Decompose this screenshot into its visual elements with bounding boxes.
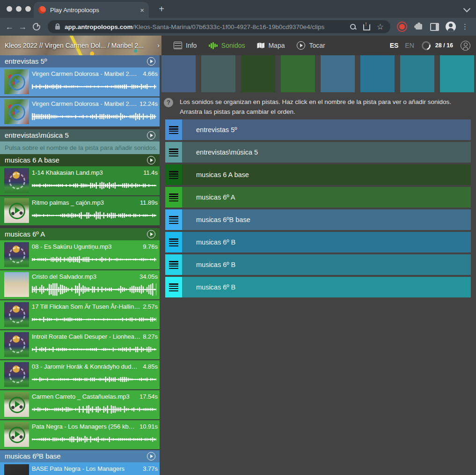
audio-clip[interactable]: Introit Rorate Caeli Desuper - Lionheart…	[0, 330, 160, 359]
track-drag-handle[interactable]	[165, 119, 182, 140]
audio-clip[interactable]: Ritmo palmas _ cajón.mp311.89s	[0, 196, 160, 225]
track-name-button[interactable]: musicas 6º A	[182, 187, 471, 208]
audio-clip[interactable]: BASE Pata Negra - Los Managers3.77s	[0, 462, 160, 475]
track-drag-handle[interactable]	[165, 142, 182, 163]
section-header[interactable]: entrevistas\música 5	[0, 129, 160, 141]
track-row[interactable]: entrevistas 5º	[165, 119, 471, 140]
clip-loading-icon[interactable]	[9, 337, 25, 353]
side-panel-icon[interactable]	[430, 23, 439, 31]
track-row[interactable]: musicas 6ºB base	[165, 209, 471, 230]
clip-head: 03 - Jaromír Horák & Konrádyho dudácká .…	[32, 363, 158, 370]
bookmark-star-icon[interactable]: ☆	[377, 22, 384, 32]
track-name-button[interactable]: musicas 6 A base	[182, 164, 471, 185]
section-header[interactable]: entrevistas 5º	[0, 55, 160, 67]
lang-es-button[interactable]: ES	[390, 42, 399, 49]
track-row[interactable]: musicas 6º B	[165, 232, 471, 252]
section-header[interactable]: musicas 6 A base	[0, 154, 160, 166]
track-name-button[interactable]: entrevistas 5º	[182, 119, 471, 140]
clip-play-icon[interactable]	[9, 427, 25, 443]
track-row[interactable]: entrevistas\música 5	[165, 142, 471, 163]
minimize-window-button[interactable]	[16, 6, 22, 12]
lock-icon[interactable]	[55, 26, 60, 30]
load-counter: 28 / 16	[435, 42, 453, 49]
section-name: musicas 6ºB base	[5, 452, 61, 460]
clip-waveform	[32, 80, 156, 94]
clip-play-icon[interactable]	[9, 74, 25, 90]
clip-title: Virgen Carmen Dolorosa - Maribel 2.mp3	[32, 100, 137, 107]
clip-waveform	[32, 178, 156, 193]
track-drag-handle[interactable]	[165, 209, 182, 230]
zoom-window-button[interactable]	[25, 6, 31, 12]
track-name: musicas 6 A base	[196, 171, 249, 178]
section-play-button[interactable]	[147, 156, 155, 164]
audio-clip[interactable]: Virgen Carmen Dolorosa - Maribel 2.mp312…	[0, 97, 160, 126]
track-drag-handle[interactable]	[165, 232, 182, 252]
clip-title: Virgen Carmen Dolorosa - Maribel 2.mp3	[32, 70, 140, 77]
section-play-button[interactable]	[147, 57, 155, 66]
extensions-puzzle-icon[interactable]	[416, 24, 422, 30]
tab-sonidos[interactable]: Sonidos	[209, 42, 245, 49]
track-drag-handle[interactable]	[165, 187, 182, 208]
share-icon[interactable]	[363, 24, 370, 30]
audio-clip[interactable]: 08 - Es Sakūru Uguntiņu.mp39.76s	[0, 240, 160, 269]
tab-close-icon[interactable]: ×	[140, 6, 144, 14]
reload-button[interactable]	[33, 23, 40, 30]
clip-loading-icon[interactable]	[9, 307, 25, 323]
track-row[interactable]: musicas 6º B	[165, 277, 471, 297]
track-name-button[interactable]: musicas 6º B	[182, 277, 471, 297]
audio-clip[interactable]: Virgen Carmen Dolorosa - Maribel 2.mp34.…	[0, 67, 160, 96]
clip-loading-icon[interactable]	[9, 247, 25, 263]
close-window-button[interactable]	[7, 6, 12, 12]
clip-loading-icon[interactable]	[9, 367, 25, 383]
section-play-button[interactable]	[147, 131, 155, 140]
audio-clip[interactable]: 1-14 Khakasian Land.mp311.4s	[0, 166, 160, 195]
section-header[interactable]: musicas 6º A	[0, 228, 160, 240]
browser-menu-icon[interactable]: ⋮	[461, 22, 469, 31]
track-name: musicas 6ºB base	[196, 216, 250, 223]
section-header[interactable]: musicas 6ºB base	[0, 450, 160, 462]
url-text[interactable]: app.antropoloops.com/Kleos-Santa-Marina/…	[65, 23, 348, 30]
track-row[interactable]: musicas 6º A	[165, 187, 471, 208]
profile-avatar[interactable]	[446, 22, 456, 32]
section-play-button[interactable]	[147, 452, 155, 460]
project-breadcrumb-map[interactable]: Kleos 2022 // Virgen Carmen Dol... / Mar…	[0, 36, 161, 55]
track-name-button[interactable]: musicas 6º B	[182, 232, 471, 252]
clip-play-icon[interactable]	[9, 104, 25, 120]
audio-clip[interactable]: Carmen Carreto _ Castañuelas.mp317.54s	[0, 390, 160, 419]
address-bar[interactable]: app.antropoloops.com/Kleos-Santa-Marina/…	[48, 20, 390, 33]
tab-info[interactable]: Info	[174, 42, 197, 49]
section-play-button[interactable]	[147, 230, 155, 238]
tab-search-chevron-icon[interactable]	[463, 5, 471, 13]
tab-mapa[interactable]: Mapa	[257, 42, 285, 49]
track-row[interactable]: musicas 6º B	[165, 254, 471, 275]
tab-tocar[interactable]: Tocar	[297, 41, 325, 50]
record-extension-icon[interactable]	[397, 22, 407, 32]
track-name-button[interactable]: musicas 6º B	[182, 254, 471, 275]
track-drag-handle[interactable]	[165, 277, 182, 297]
audio-clip[interactable]: 03 - Jaromír Horák & Konrádyho dudácká .…	[0, 360, 160, 389]
track-drag-handle[interactable]	[165, 254, 182, 275]
new-tab-button[interactable]: +	[155, 3, 168, 15]
forward-button[interactable]: →	[16, 22, 29, 32]
browser-tab[interactable]: Play Antropoloops ×	[34, 2, 149, 18]
section-name: entrevistas 5º	[5, 57, 47, 65]
clip-head: Ritmo palmas _ cajón.mp311.89s	[32, 199, 158, 206]
drag-grip-icon	[169, 261, 178, 269]
lang-en-button[interactable]: EN	[405, 42, 414, 49]
clip-head: 08 - Es Sakūru Uguntiņu.mp39.76s	[32, 243, 158, 250]
clip-duration: 34.05s	[139, 273, 158, 280]
clip-loading-icon[interactable]	[9, 173, 25, 189]
track-row[interactable]: musicas 6 A base	[165, 164, 471, 185]
track-name-button[interactable]: musicas 6ºB base	[182, 209, 471, 230]
track-name-button[interactable]: entrevistas\música 5	[182, 142, 471, 163]
back-button[interactable]: ←	[3, 22, 16, 32]
audio-clip[interactable]: 17 Till Flickan Som Är Tusen År-Halling …	[0, 300, 160, 329]
audio-clip[interactable]: Pata Negra - Los Managers (256 kbps).mp3…	[0, 420, 160, 449]
zoom-search-icon[interactable]	[350, 24, 356, 30]
track-drag-handle[interactable]	[165, 164, 182, 185]
clip-play-icon[interactable]	[9, 397, 25, 413]
drag-grip-icon	[169, 283, 178, 291]
clip-play-icon[interactable]	[9, 203, 25, 219]
account-icon[interactable]	[461, 41, 470, 51]
audio-clip[interactable]: Cristo del Salvador.mp334.05s	[0, 270, 160, 299]
